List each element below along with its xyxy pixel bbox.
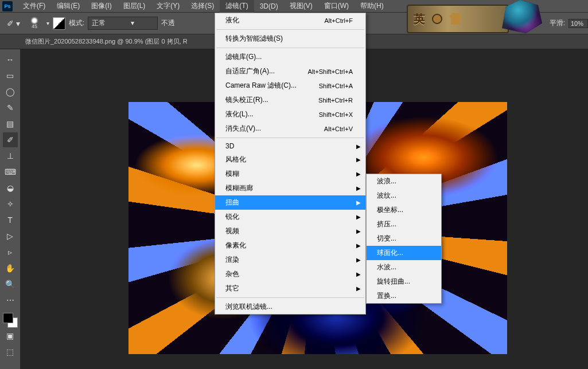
menu-render[interactable]: 渲染▶ xyxy=(215,253,365,267)
brush-tool-icon[interactable]: ✐ ▾ xyxy=(5,19,22,28)
brush-size-label: 45 xyxy=(32,23,37,29)
stamp-tool[interactable]: ⊥ xyxy=(3,148,18,163)
menu-window[interactable]: 窗口(W) xyxy=(318,0,355,13)
blend-mode-select[interactable]: 正常 ▾ xyxy=(88,17,157,30)
move-tool[interactable]: ↔ xyxy=(3,52,18,67)
menu-blur-gallery[interactable]: 模糊画廊▶ xyxy=(215,181,365,195)
menu-camera-raw[interactable]: Camera Raw 滤镜(C)...Shift+Ctrl+A xyxy=(215,78,365,93)
edit-toolbar[interactable]: ⋯ xyxy=(3,293,18,308)
tools-panel: ↔ ▭ ◯ ✎ ▤ ✐ ⊥ ⌨ ◒ ✧ T ▷ ▹ ✋ 🔍 ⋯ ▣ ⬚ xyxy=(0,49,21,369)
menu-view[interactable]: 视图(V) xyxy=(284,0,318,13)
menu-other[interactable]: 其它▶ xyxy=(215,281,365,296)
menu-help[interactable]: 帮助(H) xyxy=(355,0,390,13)
brush-preview[interactable]: 45 xyxy=(26,15,43,32)
eraser-tool[interactable]: ⌨ xyxy=(3,164,18,179)
menu-sharpen[interactable]: 锐化▶ xyxy=(215,210,365,224)
submenu-arrow-icon: ▶ xyxy=(356,285,361,292)
menu-convert-smart[interactable]: 转换为智能滤镜(S) xyxy=(215,32,365,46)
pressure-icon[interactable] xyxy=(53,17,65,30)
blend-mode-label: 模式: xyxy=(69,18,84,28)
submenu-pinch[interactable]: 挤压... xyxy=(367,217,441,231)
overlay-character: 英 xyxy=(414,11,425,27)
submenu-arrow-icon: ▶ xyxy=(356,257,361,263)
menu-video[interactable]: 视频▶ xyxy=(215,224,365,238)
opacity-label-partial: 不透 xyxy=(161,18,175,28)
app-icon: Ps xyxy=(2,1,13,11)
filter-menu-dropdown: 液化Alt+Ctrl+F 转换为智能滤镜(S) 滤镜库(G)... 自适应广角(… xyxy=(215,13,366,315)
brush-dropdown-icon[interactable]: ▾ xyxy=(46,20,49,26)
color-swatch[interactable] xyxy=(3,313,18,328)
submenu-shear[interactable]: 切变... xyxy=(367,231,441,246)
game-overlay-widget[interactable]: 英 xyxy=(407,5,509,33)
submenu-arrow-icon: ▶ xyxy=(356,185,361,191)
menu-liquify[interactable]: 液化(L)...Shift+Ctrl+X xyxy=(215,107,365,121)
menu-filter[interactable]: 滤镜(T) xyxy=(220,0,254,13)
menu-separator xyxy=(216,48,364,48)
submenu-polar[interactable]: 极坐标... xyxy=(367,203,441,217)
submenu-displace[interactable]: 置换... xyxy=(367,289,441,303)
menu-edit[interactable]: 编辑(E) xyxy=(51,0,85,13)
dodge-tool[interactable]: ✧ xyxy=(3,197,18,211)
gradient-tool[interactable]: ◒ xyxy=(3,180,18,195)
marquee-tool[interactable]: ▭ xyxy=(3,68,18,83)
distort-submenu: 波浪... 波纹... 极坐标... 挤压... 切变... 球面化... 水波… xyxy=(366,174,442,304)
menu-3d[interactable]: 3D▶ xyxy=(215,140,365,152)
menu-stylize[interactable]: 风格化▶ xyxy=(215,152,365,167)
menu-type[interactable]: 文字(Y) xyxy=(151,0,185,13)
submenu-arrow-icon: ▶ xyxy=(356,143,361,150)
submenu-arrow-icon: ▶ xyxy=(356,242,361,249)
overlay-coin-icon xyxy=(432,14,442,24)
type-tool[interactable]: T xyxy=(3,213,18,227)
menu-select[interactable]: 选择(S) xyxy=(185,0,220,13)
menu-browse-online[interactable]: 浏览联机滤镜... xyxy=(215,300,365,314)
hand-tool[interactable]: ✋ xyxy=(3,261,18,276)
menu-lens-correction[interactable]: 镜头校正(R)...Shift+Ctrl+R xyxy=(215,93,365,107)
menu-last-filter[interactable]: 液化Alt+Ctrl+F xyxy=(215,13,365,28)
menu-separator xyxy=(216,29,364,30)
submenu-arrow-icon: ▶ xyxy=(356,214,361,220)
menu-distort[interactable]: 扭曲▶ xyxy=(215,195,365,210)
submenu-ripple[interactable]: 波纹... xyxy=(367,189,441,203)
zoom-tool[interactable]: 🔍 xyxy=(3,277,18,292)
menu-noise[interactable]: 杂色▶ xyxy=(215,267,365,281)
menu-adaptive-wide[interactable]: 自适应广角(A)...Alt+Shift+Ctrl+A xyxy=(215,64,365,78)
submenu-arrow-icon: ▶ xyxy=(356,156,361,163)
smooth-input[interactable] xyxy=(568,19,588,28)
menu-file[interactable]: 文件(F) xyxy=(17,0,51,13)
quick-select-tool[interactable]: ✎ xyxy=(3,100,18,115)
pen-tool[interactable]: ▷ xyxy=(3,229,18,244)
submenu-arrow-icon: ▶ xyxy=(356,228,361,234)
screenmode-tool[interactable]: ⬚ xyxy=(3,344,18,359)
submenu-wave[interactable]: 波浪... xyxy=(367,174,441,189)
menu-layer[interactable]: 图层(L) xyxy=(118,0,151,13)
quickmask-tool[interactable]: ▣ xyxy=(3,328,18,343)
submenu-arrow-icon: ▶ xyxy=(356,199,361,206)
submenu-zigzag[interactable]: 水波... xyxy=(367,260,441,274)
document-tab[interactable]: 微信图片_20200528233948.png @ 90.9% (图层 0 拷贝… xyxy=(21,37,192,46)
menu-blur[interactable]: 模糊▶ xyxy=(215,167,365,181)
brush-dot-icon xyxy=(32,18,37,23)
submenu-twirl[interactable]: 旋转扭曲... xyxy=(367,274,441,289)
smooth-label: 平滑: xyxy=(550,18,565,28)
path-select-tool[interactable]: ▹ xyxy=(3,245,18,260)
crop-tool[interactable]: ▤ xyxy=(3,116,18,131)
brush-tool[interactable]: ✐ xyxy=(3,132,18,147)
menu-filter-gallery[interactable]: 滤镜库(G)... xyxy=(215,50,365,64)
lasso-tool[interactable]: ◯ xyxy=(3,84,18,99)
menu-vanishing-point[interactable]: 消失点(V)...Alt+Ctrl+V xyxy=(215,121,365,136)
menu-3d[interactable]: 3D(D) xyxy=(254,1,284,12)
submenu-arrow-icon: ▶ xyxy=(356,271,361,277)
menu-separator xyxy=(216,138,364,138)
menu-separator xyxy=(216,297,364,298)
menu-image[interactable]: 图像(I) xyxy=(85,0,117,13)
overlay-shirt-icon xyxy=(449,13,462,25)
menu-pixelate[interactable]: 像素化▶ xyxy=(215,238,365,253)
submenu-arrow-icon: ▶ xyxy=(356,171,361,177)
submenu-spherize[interactable]: 球面化... xyxy=(367,246,441,260)
foreground-color[interactable] xyxy=(3,313,13,323)
